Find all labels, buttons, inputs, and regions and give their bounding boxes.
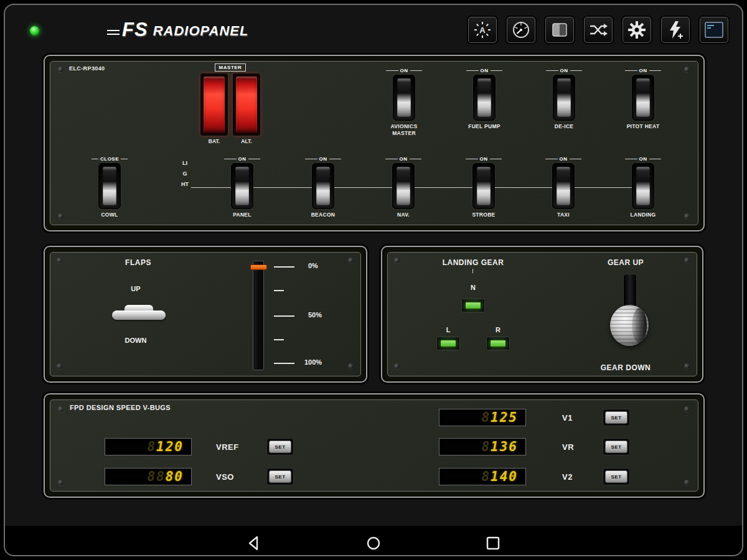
flaps-tick-100	[274, 363, 294, 364]
alternator-label: ALT.	[233, 138, 260, 144]
fuel-pump-rocker[interactable]	[473, 75, 496, 121]
back-button[interactable]	[244, 533, 264, 553]
nav-light-rocker[interactable]	[392, 163, 415, 209]
screw-icon	[58, 406, 63, 412]
strobe-light-rocker[interactable]	[472, 163, 495, 209]
flaps-scale-50: 50%	[308, 311, 322, 319]
flaps-panel: FLAPS UP DOWN 0% 50% 100%	[44, 246, 367, 383]
v1-display: 8125	[439, 409, 526, 426]
cowl-rocker[interactable]	[98, 163, 121, 209]
landing-light-rocker[interactable]	[632, 163, 654, 209]
gear-down-label: GEAR DOWN	[576, 363, 675, 372]
instrument-gauge-button[interactable]	[507, 17, 535, 43]
v2-display: 8140	[439, 468, 526, 485]
logo-fs: FS	[122, 19, 148, 41]
vref-set-button[interactable]: SET	[266, 438, 294, 455]
signal-routing-icon	[589, 22, 608, 38]
landing-gear-title: LANDING GEAR	[423, 258, 523, 267]
vbugs-panel: FPD DESIGN SPEED V-BUGS 8120 VREF SET 88…	[44, 393, 705, 498]
screw-icon	[57, 258, 62, 263]
instrument-gauge-icon	[512, 21, 530, 39]
flaps-down-label: DOWN	[117, 337, 154, 344]
switch-avionics-master[interactable]: ON AVIONICS MASTER	[376, 68, 432, 136]
signal-routing-button[interactable]	[584, 17, 613, 43]
switch-nav-light[interactable]: ON NAV.	[375, 156, 431, 218]
screw-icon	[58, 480, 63, 485]
android-navigation-bar	[0, 526, 747, 560]
switch-de-ice[interactable]: ON DE-ICE	[536, 68, 592, 130]
flaps-slider-track[interactable]	[253, 261, 264, 370]
vso-label: VSO	[216, 472, 234, 482]
v2-label: V2	[562, 472, 573, 482]
screw-icon	[684, 406, 690, 412]
de-ice-rocker[interactable]	[553, 75, 575, 121]
auto-brightness-icon: A	[474, 21, 491, 39]
gear-led-left	[436, 337, 460, 350]
screw-icon	[684, 67, 690, 72]
screw-icon	[58, 67, 63, 72]
vr-label: VR	[562, 442, 574, 452]
switch-beacon-light[interactable]: ON BEACON	[295, 156, 351, 218]
screw-icon	[684, 363, 690, 369]
switch-taxi-light[interactable]: ON TAXI	[535, 156, 591, 218]
v1-label: V1	[562, 413, 573, 422]
home-icon	[365, 535, 382, 551]
landing-gear-panel: LANDING GEAR N L R GEAR UP GEAR DOWN	[381, 246, 703, 383]
switch-alternator[interactable]	[233, 73, 260, 136]
tablet-screen: FS RADIOPANEL A	[0, 0, 747, 560]
auto-brightness-button[interactable]: A	[468, 17, 497, 43]
vref-display: 8120	[105, 438, 192, 455]
electrical-panel-face: ELC-RP3040 MASTER BAT. ALT. ON AVIONICS …	[50, 61, 698, 225]
vbugs-panel-face: FPD DESIGN SPEED V-BUGS 8120 VREF SET 88…	[50, 399, 698, 492]
vr-display: 8136	[439, 438, 526, 455]
v1-set-button[interactable]: SET	[603, 409, 630, 426]
flaps-handle[interactable]	[112, 305, 166, 320]
screw-icon	[348, 363, 354, 369]
screw-icon	[394, 258, 400, 263]
gear-up-label: GEAR UP	[582, 258, 669, 267]
toolbar: A	[468, 17, 728, 43]
flaps-slider-handle[interactable]	[250, 264, 267, 270]
home-button[interactable]	[364, 533, 383, 553]
avionics-master-rocker[interactable]	[393, 75, 415, 121]
switch-strobe-light[interactable]: ON STROBE	[456, 156, 512, 218]
settings-button[interactable]	[622, 17, 651, 43]
alternator-rocker	[236, 77, 257, 133]
panel-light-rocker[interactable]	[231, 163, 253, 209]
panel-dim-button[interactable]	[545, 17, 574, 43]
switch-panel-light[interactable]: ON PANEL	[214, 156, 270, 218]
logo-radiopanel: RADIOPANEL	[153, 23, 249, 39]
switch-landing-light[interactable]: ON LANDING	[615, 156, 671, 218]
screw-icon	[684, 213, 690, 219]
panel-dim-icon	[551, 21, 568, 39]
light-group-label: LIGHT	[181, 158, 189, 190]
pitot-heat-rocker[interactable]	[632, 75, 654, 121]
vso-set-button[interactable]: SET	[266, 468, 294, 485]
console-display-button[interactable]	[700, 17, 728, 43]
taxi-light-rocker[interactable]	[552, 163, 575, 209]
screw-icon	[684, 480, 690, 485]
flaps-scale-0: 0%	[308, 262, 318, 269]
master-switch-group: MASTER BAT. ALT.	[196, 63, 265, 144]
gear-led-nose	[461, 299, 485, 312]
vref-label: VREF	[216, 442, 239, 452]
vr-set-button[interactable]: SET	[603, 438, 630, 455]
switch-battery[interactable]	[200, 73, 228, 136]
switch-fuel-pump[interactable]: ON FUEL PUMP	[456, 68, 512, 130]
power-led-indicator	[30, 26, 39, 35]
v2-set-button[interactable]: SET	[603, 468, 630, 485]
power-flash-button[interactable]	[661, 17, 690, 43]
switch-cowl[interactable]: CLOSE COWL	[82, 156, 138, 218]
gear-lever[interactable]	[610, 305, 649, 346]
master-label: MASTER	[215, 63, 247, 72]
flaps-tick-25	[274, 290, 284, 291]
screw-icon	[684, 258, 690, 263]
beacon-light-rocker[interactable]	[312, 163, 334, 209]
battery-rocker	[204, 77, 225, 133]
switch-pitot-heat[interactable]: ON PITOT HEAT	[615, 68, 671, 130]
recents-button[interactable]	[483, 533, 503, 553]
recents-icon	[485, 535, 501, 551]
gear-led-right	[486, 337, 510, 350]
electrical-panel: ELC-RP3040 MASTER BAT. ALT. ON AVIONICS …	[44, 55, 705, 231]
flaps-tick-75	[274, 339, 284, 340]
